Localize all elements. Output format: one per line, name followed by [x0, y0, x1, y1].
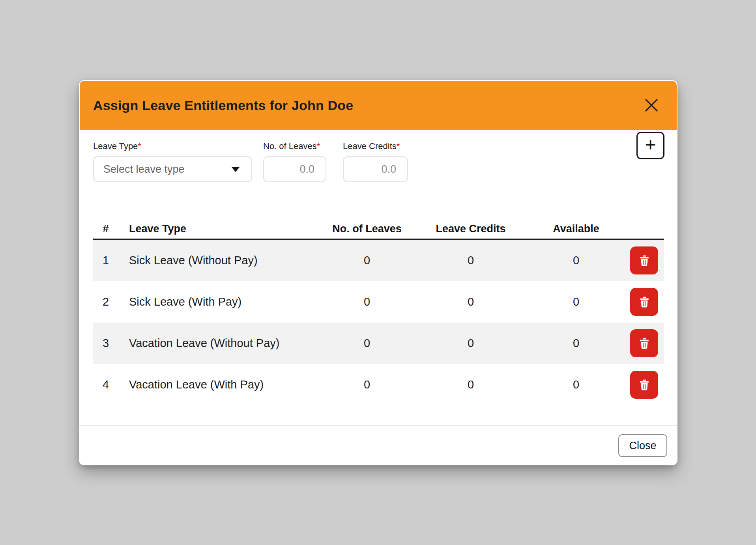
page-background: Assign Leave Entitlements for John Doe L… [0, 0, 756, 545]
row-leave-type: Vacation Leave (Without Pay) [119, 337, 322, 350]
delete-row-button[interactable] [630, 288, 658, 316]
trash-icon [638, 337, 651, 350]
modal-footer: Close [79, 425, 677, 465]
trash-icon [638, 254, 651, 267]
required-asterisk: * [317, 141, 320, 151]
leave-type-field-group: Leave Type* Select leave type [93, 141, 252, 182]
leave-type-label: Leave Type* [93, 141, 252, 151]
row-available: 0 [529, 337, 623, 350]
row-no-of-leaves: 0 [322, 378, 412, 391]
row-leave-credits: 0 [412, 254, 529, 267]
row-leave-type: Sick Leave (With Pay) [119, 295, 322, 308]
no-of-leaves-field-group: No. of Leaves* [263, 141, 326, 182]
trash-icon [638, 378, 651, 392]
modal-title: Assign Leave Entitlements for John Doe [93, 98, 353, 113]
delete-row-button[interactable] [630, 329, 658, 357]
table-row: 4 Vacation Leave (With Pay) 0 0 0 [93, 364, 664, 405]
delete-row-button[interactable] [630, 371, 658, 399]
leave-credits-field-group: Leave Credits* [343, 141, 408, 182]
x-close-icon [644, 98, 659, 112]
no-of-leaves-label: No. of Leaves* [263, 141, 326, 151]
row-no-of-leaves: 0 [322, 337, 412, 350]
required-asterisk: * [138, 141, 141, 151]
row-no-of-leaves: 0 [322, 295, 412, 308]
table-row: 1 Sick Leave (Without Pay) 0 0 0 [93, 240, 664, 281]
no-of-leaves-input[interactable] [263, 156, 326, 182]
row-leave-credits: 0 [412, 378, 529, 391]
table-header-row: # Leave Type No. of Leaves Leave Credits… [93, 219, 664, 240]
close-icon[interactable] [644, 97, 659, 113]
row-index: 3 [93, 337, 119, 350]
col-header-index: # [93, 223, 119, 235]
entitlements-table: # Leave Type No. of Leaves Leave Credits… [93, 219, 664, 405]
no-of-leaves-label-text: No. of Leaves [263, 141, 317, 151]
row-available: 0 [529, 378, 623, 391]
col-header-leave-credits: Leave Credits [412, 223, 529, 235]
entitlement-form: Leave Type* Select leave type No. of Lea… [79, 129, 677, 182]
row-available: 0 [529, 295, 623, 308]
row-index: 2 [93, 295, 119, 308]
required-asterisk: * [397, 141, 400, 151]
leave-type-select[interactable]: Select leave type [93, 156, 252, 182]
leave-type-label-text: Leave Type [93, 141, 138, 151]
row-leave-credits: 0 [412, 337, 529, 350]
row-no-of-leaves: 0 [322, 254, 412, 267]
table-row: 3 Vacation Leave (Without Pay) 0 0 0 [93, 323, 664, 364]
row-index: 4 [93, 378, 119, 391]
delete-row-button[interactable] [630, 246, 658, 274]
leave-credits-label-text: Leave Credits [343, 141, 397, 151]
close-button[interactable]: Close [618, 434, 667, 457]
row-leave-type: Sick Leave (Without Pay) [119, 254, 322, 267]
leave-credits-input[interactable] [343, 156, 408, 182]
row-index: 1 [93, 254, 119, 267]
col-header-no-of-leaves: No. of Leaves [322, 223, 412, 235]
row-leave-type: Vacation Leave (With Pay) [119, 378, 322, 391]
table-row: 2 Sick Leave (With Pay) 0 0 0 [93, 281, 664, 323]
row-available: 0 [529, 254, 623, 267]
chevron-down-icon [232, 167, 240, 172]
assign-leave-entitlements-modal: Assign Leave Entitlements for John Doe L… [79, 80, 677, 465]
leave-credits-label: Leave Credits* [343, 141, 408, 151]
row-leave-credits: 0 [412, 295, 529, 308]
leave-type-select-value: Select leave type [103, 163, 185, 175]
modal-header: Assign Leave Entitlements for John Doe [80, 81, 677, 130]
trash-icon [638, 295, 651, 309]
add-entitlement-button[interactable]: + [636, 132, 664, 159]
col-header-available: Available [529, 223, 623, 235]
col-header-leave-type: Leave Type [119, 223, 322, 235]
